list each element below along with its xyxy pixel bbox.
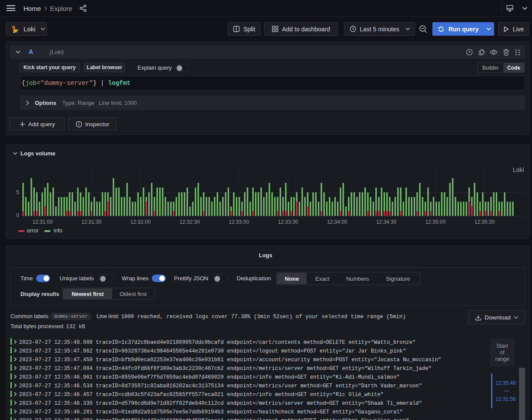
svg-text:?: ? <box>468 50 471 54</box>
